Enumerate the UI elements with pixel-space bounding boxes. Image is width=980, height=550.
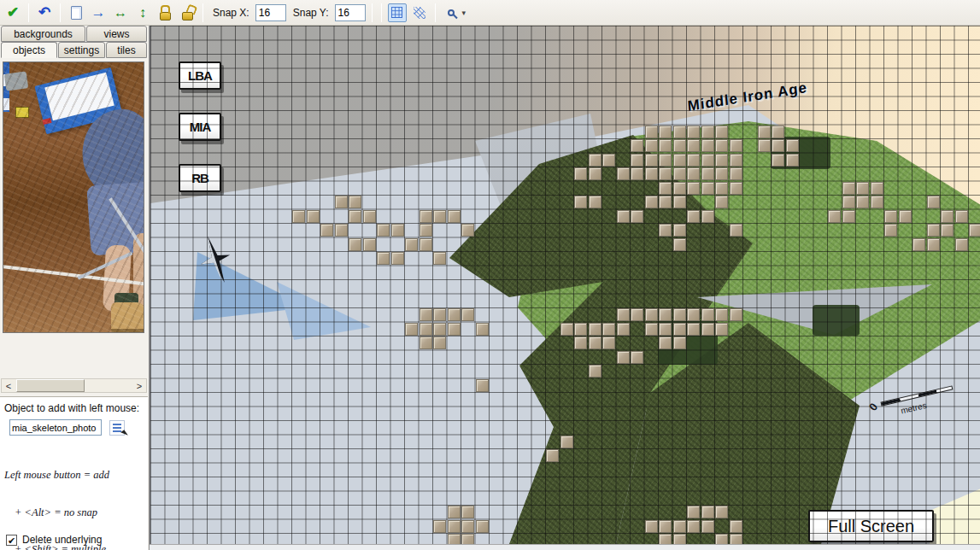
tile[interactable] (448, 323, 461, 336)
isometric-toggle-button[interactable] (410, 3, 429, 22)
tile[interactable] (645, 196, 658, 208)
tile[interactable] (476, 379, 489, 392)
tile[interactable] (645, 154, 658, 167)
tile[interactable] (927, 238, 940, 251)
tile[interactable] (363, 210, 376, 223)
tile[interactable] (405, 323, 418, 336)
tile[interactable] (645, 167, 658, 180)
lock-closed-button[interactable] (156, 3, 174, 22)
tile[interactable] (377, 224, 390, 237)
tile[interactable] (574, 323, 587, 336)
tile[interactable] (673, 238, 686, 251)
tile[interactable] (701, 182, 714, 195)
tile[interactable] (687, 520, 700, 533)
tile[interactable] (687, 323, 700, 336)
tile[interactable] (856, 182, 869, 195)
tile[interactable] (842, 210, 855, 223)
tile[interactable] (758, 126, 771, 138)
fullscreen-button[interactable]: Full Screen (808, 510, 934, 542)
tile[interactable] (701, 139, 714, 152)
tile[interactable] (433, 323, 446, 336)
tile[interactable] (884, 224, 897, 237)
tile[interactable] (673, 196, 686, 208)
tile[interactable] (687, 139, 700, 152)
scroll-left-arrow[interactable]: < (2, 379, 15, 392)
tile[interactable] (617, 323, 630, 336)
tile[interactable] (574, 336, 587, 349)
tile[interactable] (673, 182, 686, 195)
tile[interactable] (772, 154, 784, 167)
tile[interactable] (320, 224, 333, 237)
tile[interactable] (715, 154, 728, 167)
tile[interactable] (617, 351, 630, 364)
tile[interactable] (786, 154, 799, 167)
tile[interactable] (476, 520, 489, 533)
tile[interactable] (659, 336, 672, 349)
tile[interactable] (377, 252, 390, 265)
preview-horizontal-scrollbar[interactable]: < > (1, 378, 147, 393)
tile[interactable] (730, 139, 742, 152)
tile[interactable] (391, 224, 404, 237)
tile[interactable] (659, 182, 672, 195)
tile[interactable] (631, 351, 643, 364)
room-canvas[interactable]: Middle Iron Age 0 metres LBA MIA RB Full… (150, 26, 980, 544)
tile[interactable] (433, 252, 446, 265)
tile[interactable] (659, 126, 672, 138)
tile[interactable] (631, 139, 643, 152)
tile[interactable] (448, 520, 461, 533)
tile[interactable] (659, 308, 672, 321)
tile[interactable] (448, 506, 461, 518)
tile[interactable] (659, 534, 672, 544)
tile[interactable] (645, 139, 658, 152)
tile[interactable] (730, 520, 742, 533)
tile[interactable] (842, 182, 855, 195)
undo-icon[interactable]: ↶ (35, 3, 54, 22)
tile[interactable] (589, 365, 601, 377)
go-arrow-icon[interactable]: → (89, 3, 108, 22)
tile[interactable] (617, 210, 630, 223)
tile[interactable] (955, 210, 968, 223)
tile[interactable] (292, 210, 305, 223)
tile[interactable] (941, 224, 954, 237)
tile[interactable] (871, 182, 883, 195)
tile[interactable] (673, 154, 686, 167)
tile[interactable] (715, 506, 728, 518)
tile[interactable] (786, 139, 799, 152)
tile[interactable] (659, 167, 672, 180)
tile[interactable] (659, 323, 672, 336)
tile[interactable] (884, 210, 897, 223)
zoom-menu-caret[interactable]: ▾ (462, 9, 467, 17)
tile[interactable] (687, 210, 700, 223)
tile[interactable] (433, 210, 446, 223)
scroll-right-arrow[interactable]: > (132, 379, 146, 392)
tile[interactable] (476, 323, 489, 336)
tile[interactable] (687, 154, 700, 167)
tile[interactable] (730, 154, 742, 167)
tile[interactable] (730, 224, 742, 237)
tile[interactable] (715, 534, 728, 544)
tile[interactable] (673, 224, 686, 237)
tile[interactable] (842, 196, 855, 208)
tab-backgrounds[interactable]: backgrounds (1, 26, 85, 42)
tile[interactable] (349, 210, 361, 223)
tab-tiles[interactable]: tiles (106, 42, 147, 58)
tile[interactable] (701, 210, 714, 223)
tile[interactable] (659, 224, 672, 237)
object-picker-button[interactable] (109, 420, 125, 436)
tile[interactable] (420, 336, 432, 349)
tile[interactable] (405, 238, 418, 251)
tile[interactable] (461, 224, 474, 237)
tile[interactable] (602, 154, 615, 167)
tile[interactable] (730, 182, 742, 195)
tile[interactable] (701, 520, 714, 533)
tile[interactable] (433, 308, 446, 321)
lock-open-button[interactable] (178, 3, 197, 22)
tile[interactable] (589, 196, 601, 208)
tile[interactable] (645, 323, 658, 336)
tile[interactable] (701, 308, 714, 321)
tile[interactable] (687, 506, 700, 518)
period-button-lba[interactable]: LBA (179, 61, 221, 90)
tile[interactable] (631, 308, 643, 321)
tile[interactable] (659, 196, 672, 208)
tile[interactable] (602, 323, 615, 336)
